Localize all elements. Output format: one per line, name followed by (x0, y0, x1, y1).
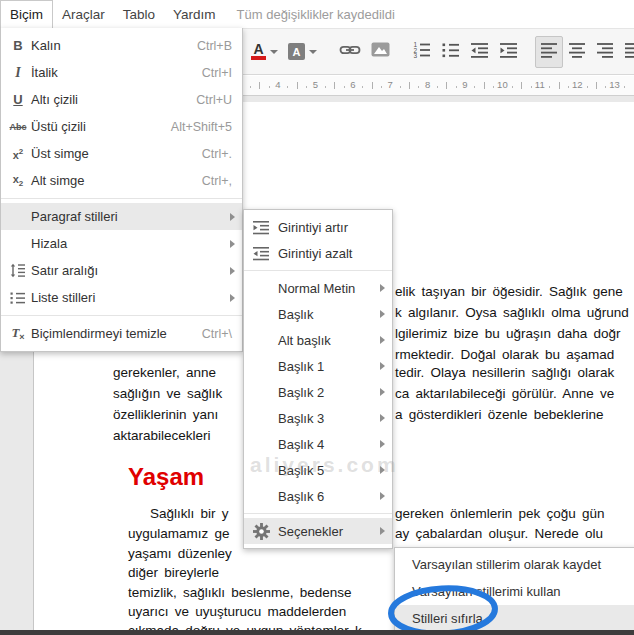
menu-item-label: Normal Metin (278, 281, 355, 296)
indent-less-icon (250, 244, 272, 262)
save-status: Tüm değişiklikler kaydedildi (237, 0, 395, 28)
menu-item-label: Biçimlendirmeyi temizle (31, 326, 167, 341)
menu-item-label: Girintiyi artır (278, 220, 348, 235)
document-text-line: sağlığın ve sağlık (113, 385, 222, 402)
menu-item-clear-formatting[interactable]: T×Biçimlendirmeyi temizleCtrl+\ (1, 320, 242, 347)
paragraph-styles-submenu: Girintiyi artırGirintiyi azaltNormal Met… (243, 209, 393, 549)
submenu-arrow-icon (380, 527, 385, 535)
menu-item-line-spacing[interactable]: Satır aralığı (1, 257, 242, 284)
document-text-line: elik taşıyan bir öğesidir. Sağlık gene (395, 283, 623, 300)
menu-item-label: Başlık (278, 307, 313, 322)
underline-icon: U (7, 91, 29, 109)
submenu-arrow-icon (230, 240, 235, 248)
menu-item-label: Altı çizili (31, 92, 78, 107)
menu-item-paragraph-styles[interactable]: Paragraf stilleri (1, 203, 242, 230)
menu-item-label: Liste stilleri (31, 290, 95, 305)
submenu-arrow-icon (380, 414, 385, 422)
menu-item-increase-indent[interactable]: Girintiyi artır (244, 214, 392, 240)
bottom-edge-bar (0, 630, 634, 635)
menu-separator (1, 198, 242, 199)
clear-format-icon: T× (7, 325, 29, 343)
menu-item-options[interactable]: Seçenekler (244, 518, 392, 544)
menubar-item-ara-lar[interactable]: Araçlar (53, 0, 114, 28)
document-text-line: lgilerimiz bize bu uğraşın daha doğr (395, 325, 621, 342)
menu-item-label: Girintiyi azalt (278, 246, 352, 261)
menu-item-shortcut: Alt+Shift+5 (171, 120, 232, 134)
menu-item-shortcut: Ctrl+U (196, 93, 232, 107)
menu-item-label: Başlık 4 (278, 437, 324, 452)
format-menu: BKalınCtrl+BIİtalikCtrl+IUAltı çiziliCtr… (0, 28, 243, 352)
document-text-line: k algılanır. Oysa sağlıklı olma uğrund (395, 304, 629, 321)
list-styles-icon (7, 289, 29, 307)
document-text-line: a gösterdikleri özenle bebeklerine (395, 406, 604, 423)
menu-separator (244, 513, 392, 514)
menu-item-label: Üst simge (31, 146, 89, 161)
menu-item-decrease-indent[interactable]: Girintiyi azalt (244, 240, 392, 266)
menu-item-align[interactable]: Hizala (1, 230, 242, 257)
menubar-item-bi-im[interactable]: Biçim (0, 0, 53, 28)
menu-item-label: Varsayılan stillerim olarak kaydet (412, 557, 601, 572)
submenu-arrow-icon (380, 388, 385, 396)
menu-item-superscript[interactable]: x2Üst simgeCtrl+. (1, 140, 242, 167)
submenu-arrow-icon (230, 294, 235, 302)
menu-item-label: Seçenekler (278, 524, 343, 539)
menu-item-label: Başlık 6 (278, 489, 324, 504)
menu-item-shortcut: Ctrl+I (202, 66, 232, 80)
menu-item-shortcut: Ctrl+, (202, 174, 232, 188)
menu-item-label: Hizala (31, 236, 67, 251)
document-text-line: özelliklerinin yanı (113, 406, 218, 423)
menu-item-label: Başlık 1 (278, 359, 324, 374)
menu-item-label: Alt simge (31, 173, 84, 188)
menu-item-label: Başlık 3 (278, 411, 324, 426)
document-text-line: rmektedir. Doğal olarak bu aşamad (395, 346, 614, 363)
annotation-ellipse (386, 585, 501, 635)
menu-item-heading-6[interactable]: Başlık 6 (244, 483, 392, 509)
menu-item-strikethrough[interactable]: AbcÜstü çiziliAlt+Shift+5 (1, 113, 242, 140)
submenu-arrow-icon (380, 362, 385, 370)
submenu-arrow-icon (380, 284, 385, 292)
document-text-line: aktarabilecekleri (113, 427, 211, 444)
document-text-line: yaşamı düzenley (128, 545, 232, 562)
submenu-arrow-icon (380, 440, 385, 448)
menu-item-bold[interactable]: BKalınCtrl+B (1, 32, 242, 59)
menu-separator (1, 315, 242, 316)
document-text-line: uyarıcı ve uyuşturucu maddelerden (128, 603, 346, 620)
menu-item-heading-1[interactable]: Başlık 1 (244, 353, 392, 379)
menu-item-title[interactable]: Başlık (244, 301, 392, 327)
menu-item-heading-2[interactable]: Başlık 2 (244, 379, 392, 405)
menu-separator (244, 270, 392, 271)
document-text-line: uygulamamız ge (128, 525, 230, 542)
document-heading: Yaşam (128, 463, 204, 491)
menu-bar: BiçimAraçlarTabloYardım Tüm değişiklikle… (0, 0, 634, 28)
gear-icon (250, 522, 272, 540)
menu-item-normal-text[interactable]: Normal Metin (244, 275, 392, 301)
submenu-arrow-icon (380, 492, 385, 500)
menu-item-underline[interactable]: UAltı çiziliCtrl+U (1, 86, 242, 113)
document-text-line: tedir. Olaya nesillerin sağlığı olarak (395, 364, 614, 381)
google-docs-window: BiçimAraçlarTabloYardım Tüm değişiklikle… (0, 0, 634, 635)
bold-icon: B (7, 37, 29, 55)
submenu-arrow-icon (380, 336, 385, 344)
menu-item-italic[interactable]: IİtalikCtrl+I (1, 59, 242, 86)
menu-item-shortcut: Ctrl+. (202, 147, 232, 161)
menu-item-shortcut: Ctrl+B (197, 39, 232, 53)
document-text-line: temizlik, sağlıklı beslenme, bedense (128, 584, 352, 601)
document-text-line: gerekenler, anne (113, 364, 216, 381)
indent-more-icon (250, 218, 272, 236)
menu-item-subscript[interactable]: x2Alt simgeCtrl+, (1, 167, 242, 194)
menu-item-subtitle[interactable]: Alt başlık (244, 327, 392, 353)
document-text-line: gereken önlemlerin pek çoğu gün (395, 505, 605, 522)
menu-item-save-default-styles[interactable]: Varsayılan stillerim olarak kaydet (395, 551, 634, 578)
menu-item-label: Satır aralığı (31, 263, 98, 278)
menu-item-label: Başlık 2 (278, 385, 324, 400)
menubar-item-yard-m[interactable]: Yardım (164, 0, 225, 28)
watermark: aliyers.com (250, 453, 399, 477)
submenu-arrow-icon (230, 267, 235, 275)
subscript-icon: x2 (7, 172, 29, 190)
menubar-item-tablo[interactable]: Tablo (114, 0, 164, 28)
document-text-line: ca aktarılabileceği görülür. Anne ve (395, 385, 614, 402)
italic-icon: I (7, 64, 29, 82)
menu-item-heading-3[interactable]: Başlık 3 (244, 405, 392, 431)
menu-item-list-styles[interactable]: Liste stilleri (1, 284, 242, 311)
menu-item-label: Paragraf stilleri (31, 209, 118, 224)
